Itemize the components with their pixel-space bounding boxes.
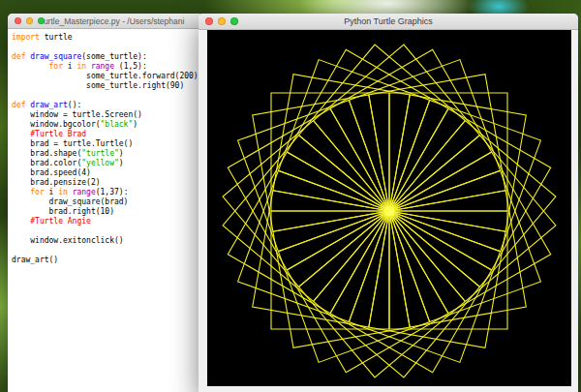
code-line: brad.color("yellow") — [12, 159, 203, 168]
code-line: draw_square(brad) — [12, 197, 203, 207]
traffic-lights — [205, 17, 238, 25]
spirograph-drawing — [207, 30, 571, 386]
turtle-window-title: Python Turtle Graphics — [199, 16, 578, 26]
minimize-button[interactable] — [26, 17, 33, 24]
code-line: brad.pensize(2) — [12, 178, 203, 188]
editor-window: Turtle_Masterpiece.py - /Users/stephani … — [8, 14, 203, 392]
code-line: window.exitonclick() — [12, 236, 203, 246]
turtle-canvas[interactable] — [207, 30, 571, 386]
close-button[interactable] — [15, 17, 21, 24]
code-line: #Turtle Brad — [12, 130, 203, 139]
close-button[interactable] — [205, 17, 213, 25]
traffic-lights — [15, 17, 45, 24]
code-line: some_turtle.forward(200) — [12, 72, 203, 81]
code-line — [12, 43, 203, 52]
minimize-button[interactable] — [218, 17, 226, 25]
code-line: window = turtle.Screen() — [12, 110, 203, 120]
zoom-button[interactable] — [38, 17, 45, 24]
code-line: brad.speed(4) — [12, 168, 203, 178]
zoom-button[interactable] — [230, 17, 238, 25]
code-line: some_turtle.right(90) — [12, 81, 203, 91]
code-line: import turtle — [12, 33, 203, 43]
code-line: #Turtle Angie — [12, 217, 203, 226]
code-line — [12, 246, 203, 256]
code-area[interactable]: import turtle def draw_square(some_turtl… — [8, 29, 203, 392]
code-line: draw_art() — [12, 256, 203, 265]
code-line — [12, 226, 203, 236]
turtle-window: Python Turtle Graphics — [199, 14, 578, 392]
code-line: window.bgcolor("black") — [12, 120, 203, 130]
code-line: def draw_square(some_turtle): — [12, 52, 203, 62]
code-line: for i in range (1,5): — [12, 62, 203, 72]
code-line — [12, 91, 203, 101]
code-line: brad = turtle.Turtle() — [12, 139, 203, 149]
desktop: Turtle_Masterpiece.py - /Users/stephani … — [0, 0, 581, 392]
code-line: def draw_art(): — [12, 101, 203, 110]
editor-titlebar[interactable]: Turtle_Masterpiece.py - /Users/stephani — [8, 14, 203, 29]
code-line: for i in range(1,37): — [12, 188, 203, 197]
editor-window-title: Turtle_Masterpiece.py - /Users/stephani — [39, 16, 201, 26]
code-line: brad.shape("turtle") — [12, 149, 203, 159]
turtle-titlebar[interactable]: Python Turtle Graphics — [199, 14, 578, 30]
code-line: brad.right(10) — [12, 207, 203, 217]
